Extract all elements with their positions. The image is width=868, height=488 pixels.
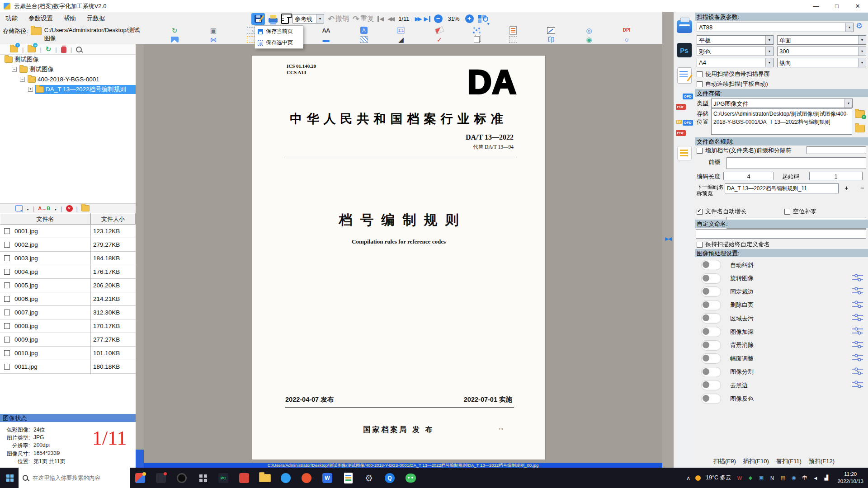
dpi-icon[interactable]: DPI <box>621 26 632 35</box>
wedge-tool-icon[interactable]: ◢ <box>395 35 407 44</box>
pdf-tiff-ofd-icon[interactable]: OFDPDFTIF <box>676 120 693 136</box>
file-checkbox[interactable] <box>4 255 10 261</box>
toggle-switch[interactable] <box>701 340 721 351</box>
refresh-button[interactable] <box>46 45 52 53</box>
open-folder-icon[interactable] <box>81 205 90 211</box>
ruler-button[interactable] <box>281 14 289 24</box>
delete-button[interactable] <box>61 47 66 53</box>
chevron-down-icon[interactable] <box>765 58 773 67</box>
collapse-panel-icon[interactable] <box>665 236 671 242</box>
select-dropdown-icon[interactable] <box>26 205 29 212</box>
column-header-filename[interactable]: 文件名 <box>0 213 90 225</box>
app-settings-icon[interactable]: ⚙ <box>359 468 379 488</box>
toggle-switch[interactable] <box>701 300 721 310</box>
ring-icon[interactable]: ○ <box>621 35 632 44</box>
scan-action-button-2[interactable]: 替扫(F11) <box>776 457 802 465</box>
photoshop-app-icon[interactable]: Ps <box>677 43 692 57</box>
file-row[interactable]: 0003.jpg184.18KB <box>0 252 136 265</box>
zoom-in-button[interactable]: + <box>465 14 474 23</box>
text-style-icon[interactable]: AA <box>320 26 332 35</box>
file-row[interactable]: 0008.jpg170.17KB <box>0 319 136 333</box>
app-explorer-icon[interactable] <box>255 468 275 488</box>
app-red-square-icon[interactable] <box>234 468 255 488</box>
column-header-filesize[interactable]: 文件大小 <box>90 213 136 225</box>
settings-sliders-icon[interactable]: + <box>852 340 863 351</box>
file-checkbox[interactable] <box>4 269 10 275</box>
app-q-browser-icon[interactable]: Q <box>379 468 400 488</box>
scan-action-button-3[interactable]: 预扫(F12) <box>809 457 835 465</box>
chevron-down-icon[interactable] <box>858 36 866 44</box>
settings-sliders-icon[interactable]: + <box>852 353 863 364</box>
file-checkbox[interactable] <box>4 296 10 302</box>
menu-lines-icon[interactable] <box>677 146 692 160</box>
scan-orientation-select[interactable]: 纵向 <box>777 58 866 67</box>
settings-sliders-icon[interactable]: + <box>852 313 863 324</box>
file-row[interactable]: 0006.jpg214.21KB <box>0 292 136 306</box>
toggle-switch[interactable] <box>701 313 721 324</box>
file-row[interactable]: 0009.jpg277.27KB <box>0 333 136 347</box>
tray-expand-icon[interactable]: ∧ <box>686 475 690 481</box>
settings-sliders-icon[interactable]: + <box>852 286 863 297</box>
custom-naming-input[interactable] <box>696 229 866 239</box>
toggle-switch[interactable] <box>701 367 721 377</box>
app-doc-stack-icon[interactable] <box>338 468 359 488</box>
weather-text[interactable]: 19°C 多云 <box>706 474 731 482</box>
menu-item-1[interactable]: 参数设置 <box>23 13 58 24</box>
toggle-switch[interactable] <box>701 260 721 270</box>
app-blue-circle-icon[interactable] <box>275 468 296 488</box>
maximize-button[interactable]: □ <box>826 0 847 12</box>
toggle-switch[interactable] <box>701 286 721 297</box>
scanner-settings-gear-icon[interactable] <box>856 21 863 31</box>
scan-action-button-1[interactable]: 插扫(F10) <box>743 457 769 465</box>
location-pin-icon[interactable]: ◉ <box>583 35 595 44</box>
app-grid-icon[interactable] <box>192 468 213 488</box>
app-black-circle-icon[interactable] <box>171 468 192 488</box>
menu-item-2[interactable]: 帮助 <box>58 13 81 24</box>
notes-app-icon[interactable] <box>677 67 692 84</box>
settings-sliders-icon[interactable]: + <box>852 300 863 310</box>
tray-red-w-icon[interactable]: W <box>736 475 743 481</box>
toggle-switch[interactable] <box>701 394 721 404</box>
scan-action-button-0[interactable]: 扫描(F9) <box>713 457 736 465</box>
tray-volume-icon[interactable]: ◄ <box>812 475 819 481</box>
delete-files-icon[interactable] <box>66 205 73 212</box>
storage-location-value[interactable]: C:/Users/Administrator/Desktop/测试图像/测试图像… <box>711 108 852 135</box>
underline-tool-icon[interactable]: ▬ <box>320 35 332 44</box>
menu-item-0[interactable]: 功能 <box>0 13 23 24</box>
search-icon[interactable] <box>76 47 82 52</box>
tree-item-2[interactable]: −400-2018-Y-BGS-0001 <box>0 75 136 84</box>
tree-item-0[interactable]: 测试图像 <box>0 55 136 64</box>
scan-dpi-select[interactable]: 300 <box>777 47 866 56</box>
file-checkbox[interactable] <box>4 337 10 343</box>
scan-color-select[interactable]: 彩色 <box>697 47 774 56</box>
chevron-down-icon[interactable] <box>765 36 773 44</box>
file-checkbox[interactable] <box>4 350 10 356</box>
chevron-down-icon[interactable] <box>845 23 853 32</box>
settings-sliders-icon[interactable]: + <box>852 327 863 337</box>
tree-expander-icon[interactable]: + <box>28 87 33 92</box>
redo-button[interactable]: 重复 <box>353 14 374 24</box>
code-length-input[interactable]: 4 <box>723 172 774 180</box>
use-native-ui-checkbox[interactable]: 使用扫描仪自带扫描界面 <box>697 70 770 78</box>
tray-circle-icon[interactable]: ◉ <box>790 475 797 481</box>
stamp-check-icon[interactable]: ✓ <box>434 35 445 44</box>
left-splitter[interactable] <box>136 44 144 468</box>
prefix-separator-input[interactable] <box>807 146 866 154</box>
denoise-icon[interactable] <box>471 26 482 35</box>
file-checkbox[interactable] <box>4 228 10 234</box>
rename-dropdown-icon[interactable] <box>54 205 57 212</box>
taskbar-clock[interactable]: 11:20 2022/10/13 <box>837 471 863 485</box>
hatch-fill-icon[interactable] <box>358 35 370 44</box>
storage-path-value[interactable]: C:/Users/Administrator/Desktop/测试图像 <box>44 26 140 42</box>
app-dark-red-dot-icon[interactable] <box>151 468 171 488</box>
start-code-input[interactable]: 1 <box>809 172 863 180</box>
tray-tv-icon[interactable]: ▣ <box>758 475 764 481</box>
next-code-preview-value[interactable]: DA_T 13—2022档号编制规则_11 <box>725 183 839 193</box>
app-pc-icon[interactable]: PC <box>213 468 234 488</box>
print-seal-icon[interactable]: 印 <box>545 35 557 44</box>
tray-folder-icon[interactable]: ▤ <box>779 475 786 481</box>
undo-button[interactable]: 撤销 <box>328 14 349 24</box>
save-selected-pages-item[interactable]: 保存选中页 <box>255 37 303 48</box>
highlight-text-icon[interactable]: A <box>358 26 370 35</box>
copy-pages-icon[interactable] <box>471 35 482 44</box>
